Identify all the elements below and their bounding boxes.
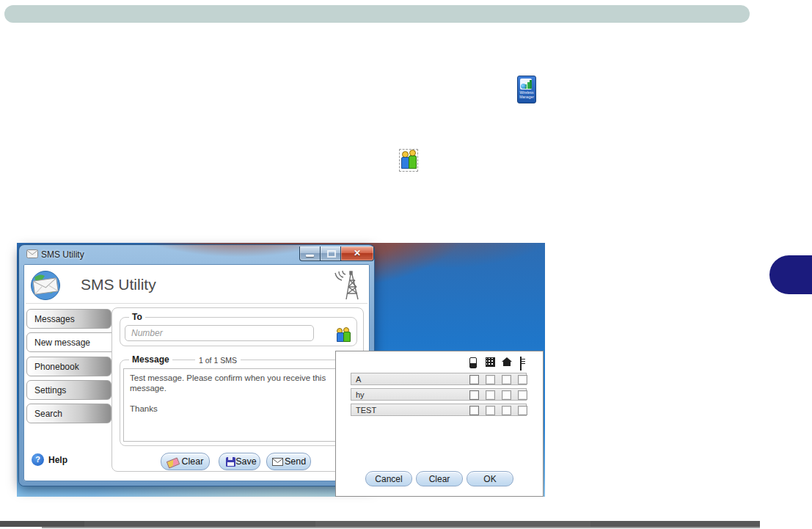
to-label: To xyxy=(129,312,145,322)
chart-glyph xyxy=(520,79,532,90)
contact-name: A xyxy=(356,375,361,384)
phonebook-people-icon xyxy=(399,149,418,172)
close-button[interactable] xyxy=(340,247,374,261)
header-divider xyxy=(26,303,367,304)
sidebar-item-search[interactable]: Search xyxy=(26,404,111,423)
send-button[interactable]: Send xyxy=(266,453,311,470)
app-title: SMS Utility xyxy=(81,276,156,293)
checkbox-mobile[interactable] xyxy=(469,390,479,400)
checkbox-memo[interactable] xyxy=(518,390,527,400)
checkbox-mobile[interactable] xyxy=(469,406,479,415)
recipient-number-input[interactable] xyxy=(125,325,314,341)
help-icon xyxy=(32,453,44,466)
section-edge-tab xyxy=(769,255,812,294)
message-label: Message xyxy=(129,354,172,365)
page: Wireless Manager SMS Utility xyxy=(0,0,812,529)
clear-label: Clear xyxy=(182,456,204,467)
checkbox-home[interactable] xyxy=(502,390,511,400)
page-header-bar xyxy=(4,5,750,23)
send-label: Send xyxy=(285,456,306,467)
wireless-manager-icon: Wireless Manager xyxy=(517,76,536,103)
contact-name: TEST xyxy=(356,406,376,415)
wireless-manager-label: Wireless Manager xyxy=(516,90,537,99)
open-phonebook-icon[interactable] xyxy=(336,326,351,341)
footer-segment xyxy=(0,521,84,527)
sidebar-item-phonebook[interactable]: Phonebook xyxy=(26,357,111,376)
checkbox-office[interactable] xyxy=(486,390,495,400)
minimize-button[interactable] xyxy=(299,247,321,261)
antenna-icon xyxy=(333,267,364,301)
globe-glyph xyxy=(521,84,526,89)
checkbox-mobile[interactable] xyxy=(469,375,479,384)
to-section: To xyxy=(120,317,357,346)
envelope-icon xyxy=(26,249,38,258)
envelope-icon xyxy=(272,458,283,466)
window-title: SMS Utility xyxy=(41,249,84,260)
ok-button[interactable]: OK xyxy=(467,471,513,486)
mobile-phone-icon xyxy=(469,357,477,368)
footer-segment xyxy=(315,521,590,527)
checkbox-office[interactable] xyxy=(486,406,495,415)
phonebook-select-dialog: A hy TEST Cancel Clear OK xyxy=(335,351,544,497)
footer-line xyxy=(42,527,760,528)
sms-utility-logo-icon xyxy=(30,270,61,301)
window-content: SMS Utility Messages New message xyxy=(23,264,370,481)
phonebook-row[interactable]: TEST xyxy=(351,404,527,416)
phonebook-row[interactable]: hy xyxy=(351,388,527,401)
clear-button[interactable]: Clear xyxy=(161,453,210,470)
memo-icon xyxy=(520,357,522,371)
sidebar-item-messages[interactable]: Messages xyxy=(26,309,111,329)
message-textarea[interactable]: Test message. Please confirm when you re… xyxy=(123,368,354,442)
eraser-icon xyxy=(167,457,180,468)
checkbox-memo[interactable] xyxy=(518,406,527,415)
checkbox-office[interactable] xyxy=(486,375,495,384)
phonebook-row[interactable]: A xyxy=(351,373,527,385)
clear-button[interactable]: Clear xyxy=(416,471,463,486)
contact-name: hy xyxy=(356,390,365,399)
maximize-button[interactable] xyxy=(320,247,342,261)
checkbox-home[interactable] xyxy=(502,375,511,384)
sms-utility-window: SMS Utility SMS Utility xyxy=(19,245,374,486)
window-titlebar[interactable]: SMS Utility xyxy=(19,245,374,264)
help-label: Help xyxy=(48,455,67,465)
sidebar-item-new-message[interactable]: New message xyxy=(26,332,116,352)
sidebar-item-settings[interactable]: Settings xyxy=(26,380,111,400)
office-icon xyxy=(486,357,495,367)
floppy-icon xyxy=(226,457,235,467)
sms-counter: 1 of 1 SMS xyxy=(195,356,241,365)
home-icon xyxy=(502,357,512,367)
save-label: Save xyxy=(235,456,257,467)
checkbox-home[interactable] xyxy=(502,406,511,415)
cancel-button[interactable]: Cancel xyxy=(365,471,412,486)
message-section: Message 1 of 1 SMS Test message. Please … xyxy=(120,360,357,446)
compose-panel: To xyxy=(111,307,364,472)
save-button[interactable]: Save xyxy=(219,453,260,470)
checkbox-memo[interactable] xyxy=(518,375,527,384)
